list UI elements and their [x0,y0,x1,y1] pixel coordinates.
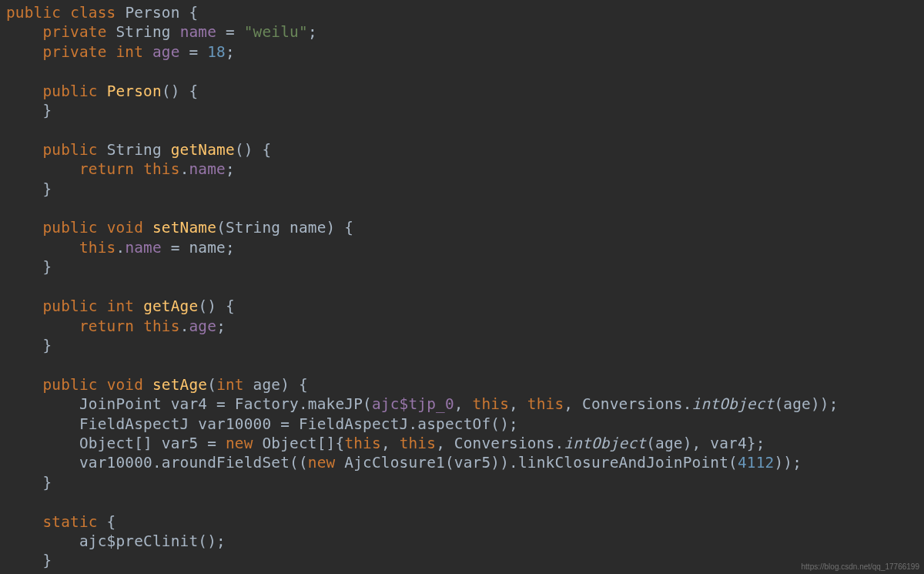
code-line: } [6,102,52,119]
code-line: public void setAge(int age) { [6,376,308,394]
code-line: } [6,552,52,569]
code-line: return this.name; [6,160,235,178]
code-line: public Person() { [6,82,198,100]
code-editor: public class Person { private String nam… [0,0,924,571]
code-line: } [6,180,52,198]
code-line: } [6,474,52,492]
code-line: JoinPoint var4 = Factory.makeJP(ajc$tjp_… [6,395,839,413]
code-line: public void setName(String name) { [6,219,353,237]
code-line: public class Person { [6,4,198,22]
code-line: this.name = name; [6,239,235,257]
code-line: return this.age; [6,317,226,335]
code-line: Object[] var5 = new Object[]{this, this,… [6,435,765,452]
code-line: ajc$preClinit(); [6,532,226,550]
code-line: private String name = "weilu"; [6,23,317,41]
code-line: private int age = 18; [6,43,235,61]
code-line: public String getName() { [6,141,271,159]
code-line: } [6,337,52,354]
code-line: FieldAspectJ var10000 = FieldAspectJ.asp… [6,415,518,433]
code-line: public int getAge() { [6,297,235,315]
watermark-text: https://blog.csdn.net/qq_17766199 [802,562,919,571]
code-line: var10000.aroundFieldSet((new AjcClosure1… [6,454,802,472]
code-line: } [6,258,52,276]
code-line: static { [6,513,116,531]
